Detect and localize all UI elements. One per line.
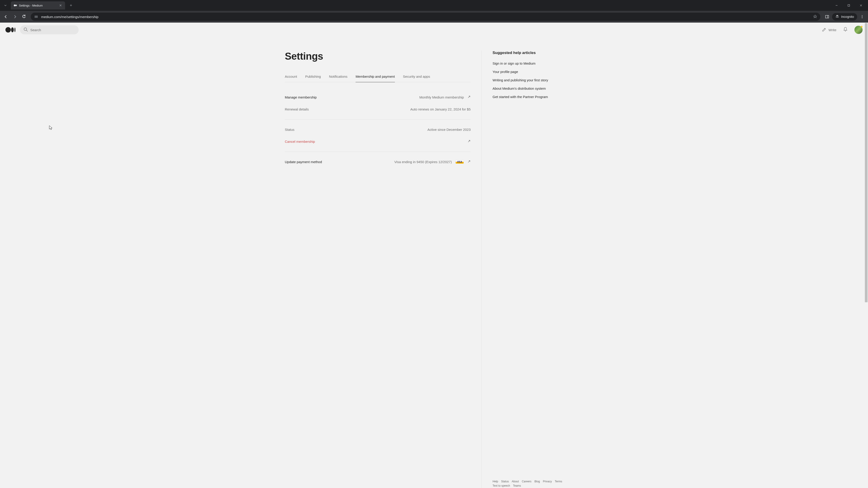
search-input[interactable]: Search: [20, 25, 79, 34]
visa-badge: VISA: [456, 160, 464, 164]
svg-point-14: [837, 16, 839, 18]
svg-point-16: [862, 15, 863, 16]
svg-point-0: [14, 4, 16, 6]
cancel-membership-label: Cancel membership: [285, 140, 315, 143]
page-title: Settings: [285, 51, 471, 62]
help-link[interactable]: About Medium's distribution system: [493, 87, 583, 90]
help-link[interactable]: Your profile page: [493, 70, 583, 74]
cancel-membership-row[interactable]: Cancel membership: [285, 135, 471, 148]
svg-rect-7: [35, 16, 36, 17]
footer-link[interactable]: Teams: [513, 484, 521, 487]
svg-point-18: [862, 18, 863, 18]
notifications-icon[interactable]: [843, 27, 848, 33]
minimize-button[interactable]: [831, 2, 842, 9]
footer-link[interactable]: Status: [501, 480, 509, 483]
browser-menu-icon[interactable]: [858, 13, 866, 21]
sidebar-title: Suggested help articles: [493, 51, 583, 55]
svg-rect-9: [35, 17, 36, 18]
medium-logo-icon[interactable]: [5, 27, 16, 33]
svg-rect-4: [848, 4, 850, 6]
address-bar[interactable]: medium.com/me/settings/membership: [31, 13, 820, 21]
svg-point-20: [11, 27, 14, 32]
svg-line-23: [26, 30, 28, 31]
incognito-indicator[interactable]: Incognito: [832, 13, 857, 21]
renewal-details-row: Renewal details Auto renews on January 2…: [285, 103, 471, 115]
close-tab-icon[interactable]: ✕: [59, 4, 62, 7]
browser-tab-bar: Settings - Medium ✕ +: [0, 0, 868, 11]
status-label: Status: [285, 128, 294, 131]
footer-link[interactable]: Help: [493, 480, 498, 483]
svg-rect-11: [826, 15, 829, 18]
site-info-icon[interactable]: [34, 14, 38, 19]
footer-link[interactable]: Blog: [534, 480, 540, 483]
payment-value: Visa ending in 9450 (Expires 12/2027): [395, 160, 452, 164]
settings-tabs: Account Publishing Notifications Members…: [285, 74, 471, 82]
footer-link[interactable]: Careers: [522, 480, 531, 483]
manage-membership-row[interactable]: Manage membership Monthly Medium members…: [285, 91, 471, 103]
incognito-icon: [835, 14, 839, 19]
svg-point-19: [5, 27, 11, 33]
svg-point-1: [16, 4, 17, 6]
page-content: Search Write Settings Account Publishing…: [0, 23, 868, 488]
search-placeholder: Search: [30, 28, 41, 32]
tab-publishing[interactable]: Publishing: [305, 74, 321, 82]
medium-favicon-icon: [13, 4, 17, 7]
renewal-label: Renewal details: [285, 107, 309, 111]
tab-security[interactable]: Security and apps: [403, 74, 430, 82]
svg-rect-10: [36, 17, 37, 18]
tab-title: Settings - Medium: [19, 4, 43, 7]
divider: [285, 152, 471, 152]
write-button[interactable]: Write: [822, 27, 836, 33]
incognito-label: Incognito: [841, 15, 854, 19]
svg-point-21: [14, 28, 16, 32]
maximize-button[interactable]: [844, 2, 854, 9]
external-link-icon: [467, 140, 471, 143]
svg-point-17: [862, 17, 863, 17]
write-label: Write: [829, 28, 836, 32]
svg-point-2: [17, 5, 17, 6]
tab-search-dropdown[interactable]: [2, 2, 9, 9]
avatar[interactable]: [855, 26, 863, 34]
url-text: medium.com/me/settings/membership: [41, 15, 98, 19]
footer-link[interactable]: About: [512, 480, 519, 483]
side-panel-icon[interactable]: [823, 13, 831, 21]
external-link-icon: [467, 160, 471, 164]
renewal-value: Auto renews on January 22, 2024 for $5: [410, 107, 471, 111]
reload-button[interactable]: [20, 13, 28, 21]
scrollbar[interactable]: [864, 23, 868, 488]
help-link[interactable]: Sign in or sign up to Medium: [493, 61, 583, 65]
footer-link[interactable]: Terms: [555, 480, 562, 483]
svg-rect-8: [36, 16, 37, 17]
footer-link[interactable]: Privacy: [543, 480, 552, 483]
footer-link[interactable]: Text to speech: [493, 484, 510, 487]
svg-point-22: [24, 28, 27, 31]
back-button[interactable]: [2, 13, 10, 21]
browser-tab[interactable]: Settings - Medium ✕: [11, 1, 65, 9]
update-payment-row[interactable]: Update payment method Visa ending in 945…: [285, 156, 471, 168]
scrollbar-thumb[interactable]: [865, 23, 868, 302]
help-link[interactable]: Writing and publishing your first story: [493, 78, 583, 82]
manage-membership-value: Monthly Medium membership: [419, 95, 464, 99]
bookmark-icon[interactable]: [813, 14, 817, 19]
tab-notifications[interactable]: Notifications: [329, 74, 347, 82]
svg-point-13: [836, 16, 837, 18]
footer-links: Help Status About Careers Blog Privacy T…: [493, 480, 564, 488]
new-tab-button[interactable]: +: [68, 2, 74, 8]
external-link-icon: [467, 95, 471, 99]
search-icon: [24, 27, 28, 33]
manage-membership-label: Manage membership: [285, 95, 317, 99]
medium-header: Search Write: [0, 23, 868, 37]
status-row: Status Active since December 2023: [285, 124, 471, 135]
status-value: Active since December 2023: [428, 128, 471, 131]
help-link[interactable]: Get started with the Partner Program: [493, 95, 583, 99]
tab-account[interactable]: Account: [285, 74, 297, 82]
forward-button[interactable]: [11, 13, 19, 21]
browser-toolbar: medium.com/me/settings/membership Incogn…: [0, 11, 868, 23]
write-icon: [822, 27, 827, 33]
divider: [285, 119, 471, 120]
close-window-button[interactable]: [856, 2, 866, 9]
tab-membership[interactable]: Membership and payment: [355, 74, 395, 82]
update-payment-label: Update payment method: [285, 160, 322, 164]
